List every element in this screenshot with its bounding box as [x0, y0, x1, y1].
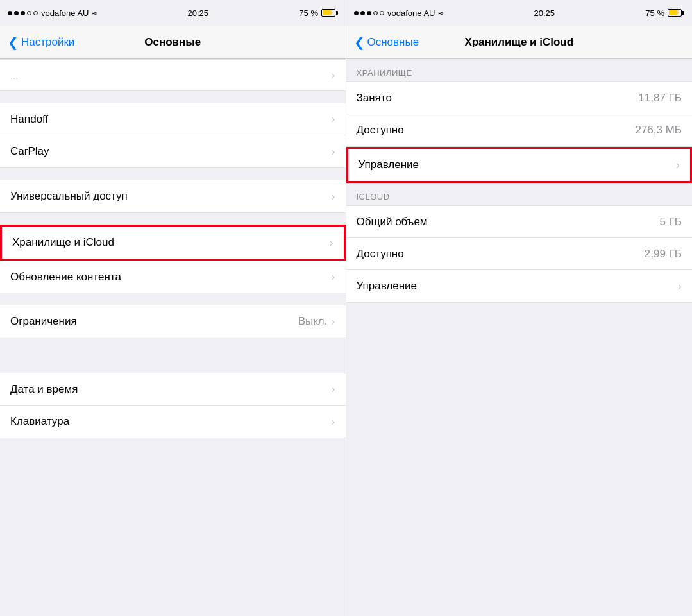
dot-5: [33, 11, 38, 15]
left-update-chevron-icon: ›: [332, 270, 335, 284]
left-datetime-right: ›: [332, 382, 335, 396]
left-group4: Обновление контента ›: [0, 261, 346, 293]
left-handoff-right: ›: [332, 112, 335, 126]
left-restrictions-value: Выкл.: [298, 315, 328, 328]
right-icloud-total: Общий объем 5 ГБ: [346, 206, 693, 238]
right-battery-tip: [682, 11, 684, 15]
right-item-used: Занято 11,87 ГБ: [346, 82, 693, 114]
right-icloud-total-value: 5 ГБ: [659, 216, 682, 228]
left-item-carplay[interactable]: CarPlay ›: [0, 135, 346, 167]
left-item-handoff[interactable]: Handoff ›: [0, 103, 346, 135]
left-battery-icon: ⚡: [321, 9, 338, 17]
left-item-restrictions-left: Ограничения: [10, 315, 77, 328]
left-group5: Ограничения Выкл. ›: [0, 305, 346, 338]
right-manage-storage-item[interactable]: Управление ›: [348, 149, 691, 181]
left-universal-label: Универсальный доступ: [10, 190, 128, 203]
right-used-label: Занято: [357, 92, 392, 105]
left-battery-pct: 75 %: [299, 8, 318, 18]
right-icloud-total-label: Общий объем: [357, 216, 428, 228]
right-signal-dots: [354, 11, 384, 15]
left-gap-2: [0, 168, 346, 180]
left-update-right: ›: [332, 270, 335, 284]
left-gap-6: [0, 350, 346, 361]
right-icloud-manage[interactable]: Управление ›: [346, 270, 693, 302]
right-time: 20:25: [534, 8, 555, 18]
left-storage-right: ›: [330, 236, 333, 250]
rdot-1: [354, 11, 359, 15]
right-wifi-icon: ≈: [438, 8, 443, 18]
left-item-keyboard[interactable]: Клавиатура ›: [0, 406, 346, 438]
left-item-universal-left: Универсальный доступ: [10, 190, 128, 203]
left-back-chevron-icon: ❮: [8, 36, 19, 49]
right-icloud-manage-right: ›: [678, 280, 682, 293]
right-back-button[interactable]: ❮ Основные: [354, 36, 419, 49]
right-back-chevron-icon: ❮: [354, 36, 365, 49]
left-item-datetime-left: Дата и время: [10, 383, 78, 396]
left-status-half: vodafone AU ≈ 20:25 75 % ⚡: [0, 0, 346, 26]
left-time: 20:25: [187, 8, 208, 18]
left-partial-chevron-group: ›: [332, 69, 335, 82]
left-gap-7: [0, 361, 346, 373]
right-manage-storage-chevron-icon: ›: [676, 158, 680, 172]
left-wifi-icon: ≈: [92, 8, 97, 18]
right-battery-body: ⚡: [668, 9, 682, 17]
left-back-label[interactable]: Настройки: [21, 36, 74, 49]
left-storage-chevron-icon: ›: [330, 236, 333, 250]
right-signal-group: vodafone AU ≈: [354, 8, 443, 18]
left-keyboard-right: ›: [332, 415, 335, 429]
left-battery-group: 75 % ⚡: [299, 8, 338, 18]
left-gap-3: [0, 213, 346, 225]
right-battery-pct: 75 %: [645, 8, 664, 18]
status-bar: vodafone AU ≈ 20:25 75 % ⚡: [0, 0, 692, 26]
left-signal-group: vodafone AU ≈: [8, 8, 97, 18]
right-item-available: Доступно 276,3 МБ: [346, 114, 693, 146]
left-battery-tip: [336, 11, 338, 15]
left-item-storage-left: Хранилище и iCloud: [12, 236, 114, 249]
left-datetime-label: Дата и время: [10, 383, 78, 396]
right-icloud-manage-chevron-icon: ›: [678, 280, 682, 293]
dot-2: [14, 11, 19, 15]
left-carplay-label: CarPlay: [10, 145, 49, 158]
left-restrictions-label: Ограничения: [10, 315, 77, 328]
right-manage-storage-label: Управление: [359, 158, 419, 171]
nav-bar: ❮ Настройки Основные ❮ Основные Хранилищ…: [0, 26, 692, 59]
right-nav: ❮ Основные Хранилище и iCloud: [346, 26, 693, 58]
left-group3-highlighted: Хранилище и iCloud ›: [0, 225, 346, 261]
left-nav-title: Основные: [144, 36, 201, 49]
left-datetime-chevron-icon: ›: [332, 382, 335, 396]
right-manage-storage-highlighted[interactable]: Управление ›: [346, 147, 693, 183]
right-used-value: 11,87 ГБ: [638, 92, 682, 105]
left-group2: Универсальный доступ ›: [0, 180, 346, 213]
right-available-value: 276,3 МБ: [635, 124, 682, 137]
left-bolt-icon: ⚡: [327, 10, 334, 16]
right-bolt-icon: ⚡: [673, 10, 680, 16]
left-gap-1: [0, 91, 346, 103]
left-carrier: vodafone AU: [41, 8, 89, 18]
left-back-button[interactable]: ❮ Настройки: [8, 36, 74, 49]
left-restrictions-chevron-icon: ›: [332, 315, 335, 329]
left-item-keyboard-left: Клавиатура: [10, 415, 69, 428]
right-icloud-available-label: Доступно: [357, 248, 404, 261]
left-universal-chevron-icon: ›: [332, 190, 335, 203]
left-storage-label: Хранилище и iCloud: [12, 236, 114, 249]
left-item-update[interactable]: Обновление контента ›: [0, 261, 346, 293]
left-universal-right: ›: [332, 190, 335, 203]
left-signal-dots: [8, 11, 38, 15]
left-item-handoff-left: Handoff: [10, 113, 48, 126]
left-item-storage[interactable]: Хранилище и iCloud ›: [2, 227, 344, 259]
left-group6: Дата и время › Клавиатура ›: [0, 373, 346, 438]
right-panel: ХРАНИЛИЩЕ Занято 11,87 ГБ Доступно 276,3…: [346, 59, 693, 616]
dot-1: [8, 11, 12, 15]
left-item-carplay-left: CarPlay: [10, 145, 49, 158]
left-partial-top-item[interactable]: ... ›: [0, 59, 346, 91]
left-nav: ❮ Настройки Основные: [0, 26, 346, 58]
left-item-datetime[interactable]: Дата и время ›: [0, 373, 346, 406]
left-item-universal[interactable]: Универсальный доступ ›: [0, 180, 346, 212]
right-nav-title: Хранилище и iCloud: [464, 36, 573, 49]
right-icloud-manage-label: Управление: [357, 280, 418, 293]
main-content: ... › Handoff › CarPlay ›: [0, 59, 692, 616]
right-available-label: Доступно: [357, 124, 404, 137]
left-item-restrictions[interactable]: Ограничения Выкл. ›: [0, 305, 346, 338]
left-handoff-chevron-icon: ›: [332, 112, 335, 126]
right-back-label[interactable]: Основные: [367, 36, 419, 49]
